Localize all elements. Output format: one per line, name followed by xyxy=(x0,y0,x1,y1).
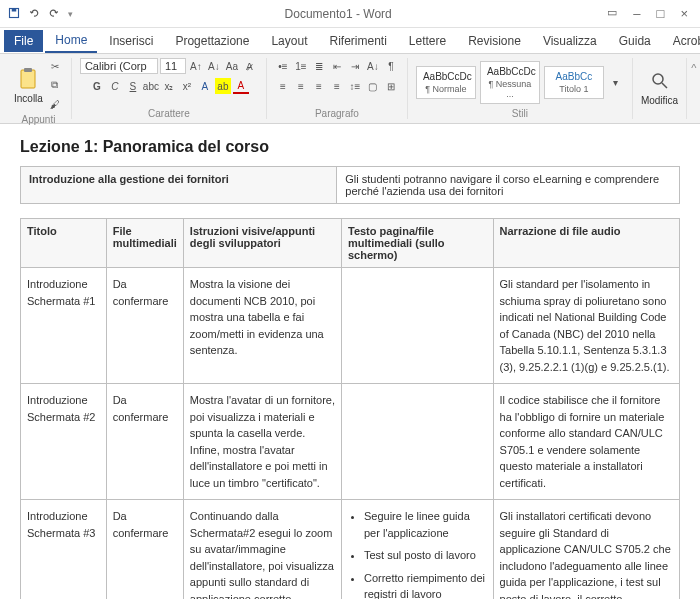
underline-icon[interactable]: S xyxy=(125,78,141,94)
subscript-icon[interactable]: x₂ xyxy=(161,78,177,94)
tab-layout[interactable]: Layout xyxy=(261,30,317,52)
line-spacing-icon[interactable]: ↕≡ xyxy=(347,78,363,94)
group-styles-label: Stili xyxy=(416,106,624,119)
tab-view[interactable]: Visualizza xyxy=(533,30,607,52)
shading-icon[interactable]: ▢ xyxy=(365,78,381,94)
table-row: Introduzione Schermata #1Da confermareMo… xyxy=(21,268,680,384)
cell-title: Introduzione Schermata #2 xyxy=(21,384,107,500)
highlight-icon[interactable]: ab xyxy=(215,78,231,94)
undo-icon[interactable] xyxy=(28,7,40,21)
group-clipboard-label: Appunti xyxy=(14,112,63,125)
bullets-icon[interactable]: •≡ xyxy=(275,58,291,74)
col-title: Titolo xyxy=(21,219,107,268)
group-styles: AaBbCcDc ¶ Normale AaBbCcDc ¶ Nessuna ..… xyxy=(408,58,633,119)
svg-rect-1 xyxy=(12,8,17,11)
style-preview: AaBbCc xyxy=(551,71,597,82)
titlebar: ▾ Documento1 - Word ▭ – □ × xyxy=(0,0,700,28)
list-item: Corretto riempimento dei registri di lav… xyxy=(364,570,487,600)
editing-button[interactable]: Modifica xyxy=(641,69,678,106)
show-marks-icon[interactable]: ¶ xyxy=(383,58,399,74)
cell-instructions: Continuando dalla Schermata#2 esegui lo … xyxy=(183,500,341,600)
style-preview: AaBbCcDc xyxy=(487,66,533,77)
cell-screen xyxy=(341,268,493,384)
align-right-icon[interactable]: ≡ xyxy=(311,78,327,94)
cell-media: Da confermare xyxy=(106,384,183,500)
maximize-icon[interactable]: □ xyxy=(657,6,665,21)
tab-design[interactable]: Progettazione xyxy=(165,30,259,52)
qat-more-icon[interactable]: ▾ xyxy=(68,9,73,19)
group-font-label: Carattere xyxy=(80,106,258,119)
cell-screen xyxy=(341,384,493,500)
intro-desc: Gli studenti potranno navigare il corso … xyxy=(337,167,680,204)
copy-icon[interactable]: ⧉ xyxy=(47,77,63,93)
tab-acrobat[interactable]: Acrobat xyxy=(663,30,700,52)
redo-icon[interactable] xyxy=(48,7,60,21)
increase-font-icon[interactable]: A↑ xyxy=(188,58,204,74)
numbering-icon[interactable]: 1≡ xyxy=(293,58,309,74)
paste-button[interactable]: Incolla xyxy=(14,67,43,104)
style-normal[interactable]: AaBbCcDc ¶ Normale xyxy=(416,66,476,99)
col-screen: Testo pagina/file multimediali (sullo sc… xyxy=(341,219,493,268)
clear-formatting-icon[interactable]: A̷ xyxy=(242,58,258,74)
increase-indent-icon[interactable]: ⇥ xyxy=(347,58,363,74)
save-icon[interactable] xyxy=(8,7,20,21)
svg-point-4 xyxy=(653,74,663,84)
group-editing: Modifica xyxy=(633,58,687,119)
minimize-icon[interactable]: – xyxy=(633,6,640,21)
italic-icon[interactable]: C xyxy=(107,78,123,94)
group-paragraph: •≡ 1≡ ≣ ⇤ ⇥ A↓ ¶ ≡ ≡ ≡ ≡ ↕≡ ▢ ⊞ Paragraf… xyxy=(267,58,408,119)
intro-table: Introduzione alla gestione dei fornitori… xyxy=(20,166,680,204)
borders-icon[interactable]: ⊞ xyxy=(383,78,399,94)
window-controls: ▭ – □ × xyxy=(595,6,700,21)
multilevel-icon[interactable]: ≣ xyxy=(311,58,327,74)
style-heading1[interactable]: AaBbCc Titolo 1 xyxy=(544,66,604,99)
decrease-indent-icon[interactable]: ⇤ xyxy=(329,58,345,74)
close-icon[interactable]: × xyxy=(680,6,688,21)
text-effects-icon[interactable]: A xyxy=(197,78,213,94)
style-name: ¶ Normale xyxy=(423,84,469,94)
cut-icon[interactable]: ✂ xyxy=(47,58,63,74)
tab-references[interactable]: Riferimenti xyxy=(319,30,396,52)
collapse-ribbon-icon[interactable]: ^ xyxy=(687,58,700,119)
superscript-icon[interactable]: x² xyxy=(179,78,195,94)
table-row: Introduzione Schermata #3Da confermareCo… xyxy=(21,500,680,600)
cell-media: Da confermare xyxy=(106,500,183,600)
group-editing-label xyxy=(641,117,678,119)
font-size-select[interactable]: 11 xyxy=(160,58,186,74)
font-name-select[interactable]: Calibri (Corp xyxy=(80,58,158,74)
document-area[interactable]: Lezione 1: Panoramica del corso Introduz… xyxy=(0,124,700,599)
style-preview: AaBbCcDc xyxy=(423,71,469,82)
col-narration: Narrazione di file audio xyxy=(493,219,679,268)
font-color-icon[interactable]: A xyxy=(233,78,249,94)
style-nospacing[interactable]: AaBbCcDc ¶ Nessuna ... xyxy=(480,61,540,104)
style-name: ¶ Nessuna ... xyxy=(487,79,533,99)
tab-mailings[interactable]: Lettere xyxy=(399,30,456,52)
editing-label: Modifica xyxy=(641,95,678,106)
styles-more-icon[interactable]: ▾ xyxy=(608,74,624,90)
cell-narration: Gli standard per l'isolamento in schiuma… xyxy=(493,268,679,384)
sort-icon[interactable]: A↓ xyxy=(365,58,381,74)
cell-media: Da confermare xyxy=(106,268,183,384)
tab-insert[interactable]: Inserisci xyxy=(99,30,163,52)
justify-icon[interactable]: ≡ xyxy=(329,78,345,94)
ribbon-display-icon[interactable]: ▭ xyxy=(607,6,617,21)
ribbon-tabs: File Home Inserisci Progettazione Layout… xyxy=(0,28,700,54)
intro-heading: Introduzione alla gestione dei fornitori xyxy=(21,167,337,204)
format-painter-icon[interactable]: 🖌 xyxy=(47,96,63,112)
cell-instructions: Mostra l'avatar di un fornitore, poi vis… xyxy=(183,384,341,500)
svg-rect-2 xyxy=(21,70,35,88)
tab-home[interactable]: Home xyxy=(45,29,97,53)
cell-screen: Seguire le linee guida per l'applicazion… xyxy=(341,500,493,600)
tab-review[interactable]: Revisione xyxy=(458,30,531,52)
change-case-icon[interactable]: Aa xyxy=(224,58,240,74)
tab-help[interactable]: Guida xyxy=(609,30,661,52)
align-left-icon[interactable]: ≡ xyxy=(275,78,291,94)
tab-file[interactable]: File xyxy=(4,30,43,52)
paste-label: Incolla xyxy=(14,93,43,104)
cell-title: Introduzione Schermata #1 xyxy=(21,268,107,384)
window-title: Documento1 - Word xyxy=(81,7,595,21)
strikethrough-icon[interactable]: abc xyxy=(143,78,159,94)
decrease-font-icon[interactable]: A↓ xyxy=(206,58,222,74)
align-center-icon[interactable]: ≡ xyxy=(293,78,309,94)
bold-icon[interactable]: G xyxy=(89,78,105,94)
